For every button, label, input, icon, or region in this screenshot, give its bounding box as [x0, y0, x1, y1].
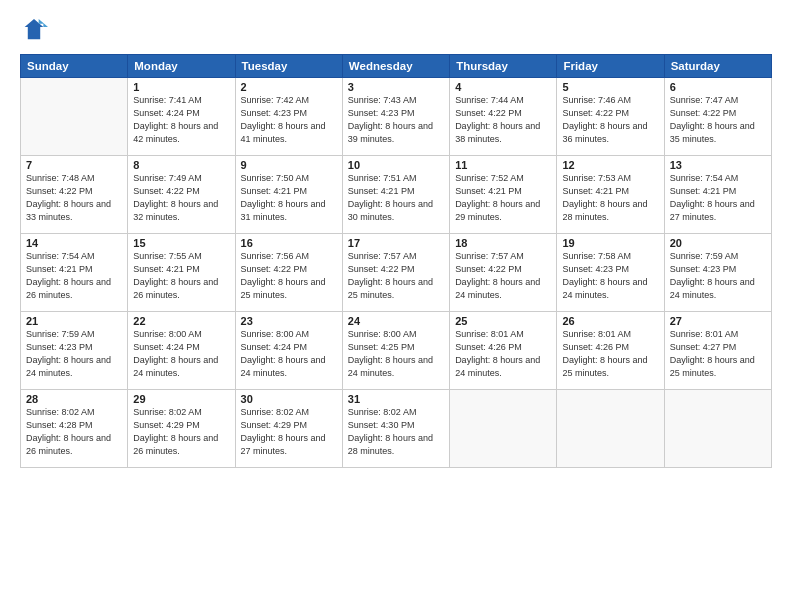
day-cell: 12Sunrise: 7:53 AMSunset: 4:21 PMDayligh…: [557, 156, 664, 234]
week-row-1: 1Sunrise: 7:41 AMSunset: 4:24 PMDaylight…: [21, 78, 772, 156]
day-cell: 11Sunrise: 7:52 AMSunset: 4:21 PMDayligh…: [450, 156, 557, 234]
day-number: 15: [133, 237, 229, 249]
day-cell: 26Sunrise: 8:01 AMSunset: 4:26 PMDayligh…: [557, 312, 664, 390]
day-cell: 23Sunrise: 8:00 AMSunset: 4:24 PMDayligh…: [235, 312, 342, 390]
day-info: Sunrise: 8:02 AMSunset: 4:29 PMDaylight:…: [241, 406, 337, 458]
day-cell: 20Sunrise: 7:59 AMSunset: 4:23 PMDayligh…: [664, 234, 771, 312]
day-info: Sunrise: 7:49 AMSunset: 4:22 PMDaylight:…: [133, 172, 229, 224]
day-number: 17: [348, 237, 444, 249]
weekday-header-saturday: Saturday: [664, 55, 771, 78]
day-cell: [450, 390, 557, 468]
week-row-4: 21Sunrise: 7:59 AMSunset: 4:23 PMDayligh…: [21, 312, 772, 390]
logo: [20, 16, 52, 44]
day-number: 21: [26, 315, 122, 327]
day-info: Sunrise: 7:44 AMSunset: 4:22 PMDaylight:…: [455, 94, 551, 146]
day-number: 2: [241, 81, 337, 93]
header: [20, 16, 772, 44]
day-info: Sunrise: 7:41 AMSunset: 4:24 PMDaylight:…: [133, 94, 229, 146]
day-number: 29: [133, 393, 229, 405]
day-cell: 14Sunrise: 7:54 AMSunset: 4:21 PMDayligh…: [21, 234, 128, 312]
logo-icon: [20, 16, 48, 44]
day-number: 14: [26, 237, 122, 249]
day-cell: 25Sunrise: 8:01 AMSunset: 4:26 PMDayligh…: [450, 312, 557, 390]
day-cell: 5Sunrise: 7:46 AMSunset: 4:22 PMDaylight…: [557, 78, 664, 156]
day-cell: 21Sunrise: 7:59 AMSunset: 4:23 PMDayligh…: [21, 312, 128, 390]
week-row-5: 28Sunrise: 8:02 AMSunset: 4:28 PMDayligh…: [21, 390, 772, 468]
day-info: Sunrise: 7:55 AMSunset: 4:21 PMDaylight:…: [133, 250, 229, 302]
day-cell: [21, 78, 128, 156]
day-cell: 3Sunrise: 7:43 AMSunset: 4:23 PMDaylight…: [342, 78, 449, 156]
day-cell: 2Sunrise: 7:42 AMSunset: 4:23 PMDaylight…: [235, 78, 342, 156]
day-cell: 24Sunrise: 8:00 AMSunset: 4:25 PMDayligh…: [342, 312, 449, 390]
day-number: 9: [241, 159, 337, 171]
day-cell: [557, 390, 664, 468]
weekday-header-friday: Friday: [557, 55, 664, 78]
day-info: Sunrise: 7:47 AMSunset: 4:22 PMDaylight:…: [670, 94, 766, 146]
weekday-header-sunday: Sunday: [21, 55, 128, 78]
weekday-header-thursday: Thursday: [450, 55, 557, 78]
day-info: Sunrise: 7:51 AMSunset: 4:21 PMDaylight:…: [348, 172, 444, 224]
day-number: 30: [241, 393, 337, 405]
day-number: 4: [455, 81, 551, 93]
day-number: 11: [455, 159, 551, 171]
day-number: 13: [670, 159, 766, 171]
day-number: 3: [348, 81, 444, 93]
day-cell: 29Sunrise: 8:02 AMSunset: 4:29 PMDayligh…: [128, 390, 235, 468]
day-info: Sunrise: 7:56 AMSunset: 4:22 PMDaylight:…: [241, 250, 337, 302]
day-info: Sunrise: 7:48 AMSunset: 4:22 PMDaylight:…: [26, 172, 122, 224]
day-info: Sunrise: 7:52 AMSunset: 4:21 PMDaylight:…: [455, 172, 551, 224]
day-number: 28: [26, 393, 122, 405]
week-row-2: 7Sunrise: 7:48 AMSunset: 4:22 PMDaylight…: [21, 156, 772, 234]
day-info: Sunrise: 8:00 AMSunset: 4:24 PMDaylight:…: [241, 328, 337, 380]
day-cell: 27Sunrise: 8:01 AMSunset: 4:27 PMDayligh…: [664, 312, 771, 390]
day-number: 1: [133, 81, 229, 93]
day-info: Sunrise: 8:02 AMSunset: 4:30 PMDaylight:…: [348, 406, 444, 458]
day-cell: 8Sunrise: 7:49 AMSunset: 4:22 PMDaylight…: [128, 156, 235, 234]
day-number: 23: [241, 315, 337, 327]
day-cell: 1Sunrise: 7:41 AMSunset: 4:24 PMDaylight…: [128, 78, 235, 156]
day-number: 16: [241, 237, 337, 249]
calendar: SundayMondayTuesdayWednesdayThursdayFrid…: [20, 54, 772, 468]
day-cell: 16Sunrise: 7:56 AMSunset: 4:22 PMDayligh…: [235, 234, 342, 312]
weekday-header-row: SundayMondayTuesdayWednesdayThursdayFrid…: [21, 55, 772, 78]
day-number: 24: [348, 315, 444, 327]
day-number: 26: [562, 315, 658, 327]
day-cell: 10Sunrise: 7:51 AMSunset: 4:21 PMDayligh…: [342, 156, 449, 234]
day-number: 18: [455, 237, 551, 249]
day-number: 8: [133, 159, 229, 171]
day-info: Sunrise: 8:02 AMSunset: 4:28 PMDaylight:…: [26, 406, 122, 458]
day-number: 25: [455, 315, 551, 327]
day-info: Sunrise: 7:54 AMSunset: 4:21 PMDaylight:…: [670, 172, 766, 224]
day-info: Sunrise: 7:46 AMSunset: 4:22 PMDaylight:…: [562, 94, 658, 146]
day-number: 10: [348, 159, 444, 171]
day-info: Sunrise: 7:59 AMSunset: 4:23 PMDaylight:…: [26, 328, 122, 380]
day-cell: 18Sunrise: 7:57 AMSunset: 4:22 PMDayligh…: [450, 234, 557, 312]
day-cell: 22Sunrise: 8:00 AMSunset: 4:24 PMDayligh…: [128, 312, 235, 390]
page: SundayMondayTuesdayWednesdayThursdayFrid…: [0, 0, 792, 612]
day-cell: 28Sunrise: 8:02 AMSunset: 4:28 PMDayligh…: [21, 390, 128, 468]
day-cell: 19Sunrise: 7:58 AMSunset: 4:23 PMDayligh…: [557, 234, 664, 312]
day-cell: 17Sunrise: 7:57 AMSunset: 4:22 PMDayligh…: [342, 234, 449, 312]
day-number: 27: [670, 315, 766, 327]
day-info: Sunrise: 8:00 AMSunset: 4:24 PMDaylight:…: [133, 328, 229, 380]
day-info: Sunrise: 8:01 AMSunset: 4:26 PMDaylight:…: [562, 328, 658, 380]
day-info: Sunrise: 8:01 AMSunset: 4:26 PMDaylight:…: [455, 328, 551, 380]
day-info: Sunrise: 8:00 AMSunset: 4:25 PMDaylight:…: [348, 328, 444, 380]
day-cell: 6Sunrise: 7:47 AMSunset: 4:22 PMDaylight…: [664, 78, 771, 156]
day-info: Sunrise: 7:58 AMSunset: 4:23 PMDaylight:…: [562, 250, 658, 302]
day-cell: 15Sunrise: 7:55 AMSunset: 4:21 PMDayligh…: [128, 234, 235, 312]
day-cell: [664, 390, 771, 468]
day-info: Sunrise: 7:42 AMSunset: 4:23 PMDaylight:…: [241, 94, 337, 146]
day-number: 22: [133, 315, 229, 327]
day-info: Sunrise: 7:43 AMSunset: 4:23 PMDaylight:…: [348, 94, 444, 146]
day-cell: 31Sunrise: 8:02 AMSunset: 4:30 PMDayligh…: [342, 390, 449, 468]
day-number: 7: [26, 159, 122, 171]
week-row-3: 14Sunrise: 7:54 AMSunset: 4:21 PMDayligh…: [21, 234, 772, 312]
day-info: Sunrise: 7:57 AMSunset: 4:22 PMDaylight:…: [455, 250, 551, 302]
weekday-header-wednesday: Wednesday: [342, 55, 449, 78]
day-info: Sunrise: 8:02 AMSunset: 4:29 PMDaylight:…: [133, 406, 229, 458]
weekday-header-monday: Monday: [128, 55, 235, 78]
day-info: Sunrise: 7:50 AMSunset: 4:21 PMDaylight:…: [241, 172, 337, 224]
weekday-header-tuesday: Tuesday: [235, 55, 342, 78]
day-number: 31: [348, 393, 444, 405]
